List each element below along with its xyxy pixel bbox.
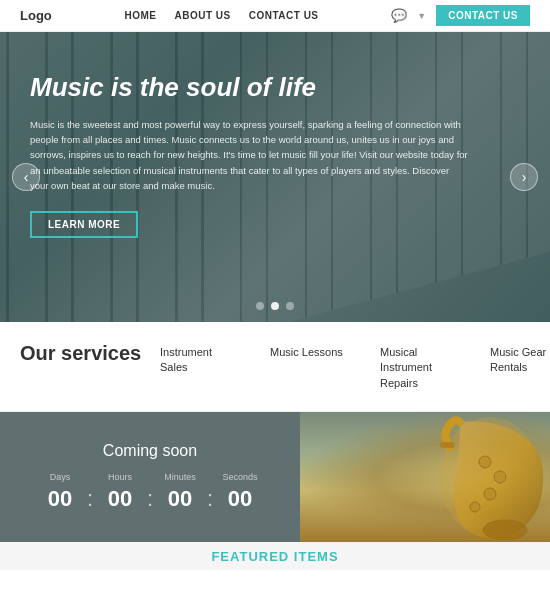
services-list: Instrument Sales Music Lessons Musical I…	[160, 342, 550, 391]
svg-point-3	[484, 488, 496, 500]
contact-button[interactable]: CONTACT US	[436, 5, 530, 26]
colon-1: :	[82, 486, 98, 512]
colon-3: :	[202, 486, 218, 512]
nav-home[interactable]: HOME	[124, 10, 156, 21]
svg-point-2	[494, 471, 506, 483]
services-heading: Our services	[20, 342, 160, 365]
header: Logo HOME ABOUT US CONTACT US 💬 ▼ CONTAC…	[0, 0, 550, 32]
svg-point-4	[470, 502, 480, 512]
logo: Logo	[20, 8, 52, 23]
nav-contact[interactable]: CONTACT US	[249, 10, 319, 21]
carousel-dot-1[interactable]	[256, 302, 264, 310]
carousel-prev-button[interactable]: ‹	[12, 163, 40, 191]
hero-description: Music is the sweetest and most powerful …	[30, 117, 470, 193]
hero-title: Music is the soul of life	[30, 72, 470, 103]
hero-section: ‹ › Music is the soul of life Music is t…	[0, 32, 550, 322]
svg-rect-5	[440, 442, 455, 448]
days-value: 00	[38, 486, 82, 512]
header-right: 💬 ▼ CONTACT US	[391, 5, 530, 26]
sep2	[142, 472, 158, 482]
main-nav: HOME ABOUT US CONTACT US	[124, 10, 318, 21]
minutes-value: 00	[158, 486, 202, 512]
service-item-2: Musical Instrument Repairs	[380, 345, 460, 391]
countdown-panel: Coming soon Days Hours Minutes Seconds 0…	[0, 412, 300, 542]
instrument-image	[300, 412, 550, 542]
carousel-dot-3[interactable]	[286, 302, 294, 310]
service-item-3: Music Gear Rentals	[490, 345, 550, 376]
carousel-next-button[interactable]: ›	[510, 163, 538, 191]
chat-icon[interactable]: 💬	[391, 8, 407, 23]
services-section: Our services Instrument Sales Music Less…	[0, 322, 550, 412]
featured-title: FEATURED ITEMS	[211, 549, 338, 564]
colon-2: :	[142, 486, 158, 512]
hero-content: Music is the soul of life Music is the s…	[0, 32, 500, 258]
carousel-dot-2[interactable]	[271, 302, 279, 310]
countdown-labels: Days Hours Minutes Seconds	[38, 472, 262, 482]
dropdown-arrow-icon: ▼	[417, 11, 426, 21]
coming-soon-section: Coming soon Days Hours Minutes Seconds 0…	[0, 412, 550, 542]
service-item-1: Music Lessons	[270, 345, 350, 360]
carousel-dots	[256, 302, 294, 310]
nav-about[interactable]: ABOUT US	[174, 10, 230, 21]
hours-label: Hours	[98, 472, 142, 482]
sep3	[202, 472, 218, 482]
countdown-values: 00 : 00 : 00 : 00	[38, 486, 262, 512]
svg-point-6	[483, 520, 527, 540]
seconds-value: 00	[218, 486, 262, 512]
days-label: Days	[38, 472, 82, 482]
svg-point-1	[479, 456, 491, 468]
service-item-0: Instrument Sales	[160, 345, 240, 376]
learn-more-button[interactable]: LEARN MORE	[30, 211, 138, 238]
hours-value: 00	[98, 486, 142, 512]
seconds-label: Seconds	[218, 472, 262, 482]
coming-soon-image	[300, 412, 550, 542]
featured-section: FEATURED ITEMS	[0, 542, 550, 570]
sep1	[82, 472, 98, 482]
minutes-label: Minutes	[158, 472, 202, 482]
coming-soon-title: Coming soon	[103, 442, 197, 460]
